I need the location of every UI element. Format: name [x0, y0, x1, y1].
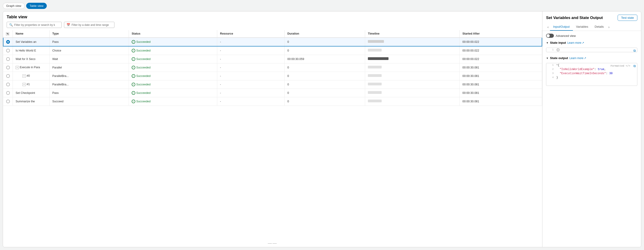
radio-button[interactable]	[6, 100, 10, 103]
table-row[interactable]: +Execute in ParaParallel✓ Succeeded-000:…	[3, 63, 542, 72]
table-row[interactable]: Wait for X SecoWait✓ Succeeded-00:00:30.…	[3, 55, 542, 63]
tab-prev-button[interactable]: ‹	[546, 24, 550, 30]
table-row[interactable]: Summarize theSucceed✓ Succeeded-000:00:3…	[3, 97, 542, 106]
state-output-copy-button[interactable]: ⧉	[634, 64, 636, 68]
radio-cell[interactable]	[3, 37, 13, 46]
state-input-collapse-icon[interactable]: ▼	[546, 41, 548, 44]
radio-cell[interactable]	[3, 63, 13, 72]
cell-type: Pass	[50, 37, 129, 46]
test-state-button[interactable]: Test state	[618, 15, 637, 21]
external-link-icon: ↗	[584, 57, 586, 60]
cell-name: Is Hello World E	[13, 46, 50, 55]
left-panel: Table view 🔍 Filter by properties or sea…	[3, 11, 542, 247]
table-row[interactable]: Set CheckpointPass✓ Succeeded-000:00:30.…	[3, 89, 542, 97]
table-row[interactable]: Set Variables anPass✓ Succeeded-000:00:0…	[3, 37, 542, 46]
table-row[interactable]: +#0ParallelBra...✓ Succeeded-000:00:30.0…	[3, 72, 542, 80]
col-type[interactable]: Type	[50, 30, 129, 37]
col-duration[interactable]: Duration	[284, 30, 365, 37]
radio-button[interactable]	[6, 74, 10, 78]
radio-cell[interactable]	[3, 89, 13, 97]
cell-type: Parallel	[50, 63, 129, 72]
succeeded-icon: ✓	[132, 74, 135, 78]
cell-status: ✓ Succeeded	[129, 72, 217, 80]
radio-button[interactable]	[6, 57, 10, 61]
right-panel-header: Set Variables and State Output Test stat…	[542, 11, 641, 21]
header-expand-icon: ↹	[6, 32, 9, 35]
radio-button[interactable]	[6, 91, 10, 95]
timeline-bar	[368, 40, 384, 43]
tab-variables[interactable]: Variables	[573, 23, 592, 31]
table-row[interactable]: Is Hello World EChoice✓ Succeeded-000:00…	[3, 46, 542, 55]
state-input-copy-button[interactable]: ⧉	[634, 49, 636, 53]
cell-duration: 0	[284, 63, 365, 72]
table-row[interactable]: +#1ParallelBra...✓ Succeeded-000:00:30.0…	[3, 80, 542, 89]
cell-resource: -	[217, 97, 284, 106]
state-output-collapse-icon[interactable]: ▼	[546, 57, 548, 60]
cell-started-after: 00:00:00.022	[460, 46, 542, 55]
right-panel-title: Set Variables and State Output	[546, 15, 603, 20]
table-header-row: ↹ Name Type Status Resource Duration Tim…	[3, 30, 542, 37]
state-output-learn-more[interactable]: Learn more ↗	[570, 57, 586, 60]
timeline-bar	[368, 74, 382, 77]
col-status[interactable]: Status	[129, 30, 217, 37]
state-input-editor: 1 {} ⧉	[546, 48, 637, 52]
timeline-bar	[368, 49, 382, 51]
col-radio: ↹	[3, 30, 13, 37]
col-name[interactable]: Name	[13, 30, 50, 37]
tab-input-output[interactable]: Input/Output	[550, 23, 573, 31]
radio-button[interactable]	[6, 40, 10, 44]
state-output-section: ▼ State output Learn more ↗	[542, 55, 641, 63]
cell-started-after: 00:00:00.022	[460, 55, 542, 63]
code-line-3: 3 "ExecutionWaitTimeInSeconds": 30	[546, 71, 637, 76]
cell-started-after: 00:00:30.081	[460, 80, 542, 89]
timeline-bar	[368, 100, 382, 102]
cell-timeline	[365, 97, 460, 106]
radio-button[interactable]	[6, 66, 10, 69]
cell-started-after: 00:00:30.081	[460, 97, 542, 106]
cell-name: +#0	[13, 72, 50, 80]
state-input-header: ▼ State input Learn more ↗	[546, 41, 637, 44]
cell-started-after: 00:00:30.081	[460, 72, 542, 80]
graph-view-button[interactable]: Graph view	[3, 3, 25, 9]
tab-next-button[interactable]: ›	[607, 24, 611, 30]
succeeded-icon: ✓	[132, 100, 135, 103]
date-filter[interactable]: 📅 Filter by a date and time range	[64, 22, 114, 28]
cell-name: +#1	[13, 80, 50, 89]
cell-type: ParallelBra...	[50, 80, 129, 89]
succeeded-icon: ✓	[132, 40, 135, 44]
cell-duration: 0	[284, 37, 365, 46]
search-filter[interactable]: 🔍 Filter by properties or search by k	[7, 22, 62, 28]
radio-cell[interactable]	[3, 80, 13, 89]
state-input-learn-more[interactable]: Learn more ↗	[568, 41, 584, 44]
bottom-divider: ――	[3, 240, 542, 247]
col-resource[interactable]: Resource	[217, 30, 284, 37]
timeline-bar	[368, 57, 388, 60]
right-tabs: ‹ Input/Output Variables Details ›	[542, 23, 641, 31]
radio-cell[interactable]	[3, 46, 13, 55]
radio-button[interactable]	[6, 49, 10, 52]
succeeded-icon: ✓	[132, 66, 135, 69]
cell-timeline	[365, 46, 460, 55]
advanced-view-toggle[interactable]	[546, 34, 554, 38]
radio-cell[interactable]	[3, 55, 13, 63]
radio-button[interactable]	[6, 83, 10, 86]
radio-cell[interactable]	[3, 97, 13, 106]
cell-duration: 00:00:30.059	[284, 55, 365, 63]
col-started-after[interactable]: Started After	[460, 30, 542, 37]
cell-started-after: 00:00:30.081	[460, 63, 542, 72]
state-input-title: State input	[550, 41, 566, 44]
cell-resource: -	[217, 37, 284, 46]
date-filter-placeholder: Filter by a date and time range	[72, 23, 112, 26]
filter-bar: 🔍 Filter by properties or search by k 📅 …	[3, 22, 542, 30]
tab-details[interactable]: Details	[592, 23, 607, 31]
executions-table: ↹ Name Type Status Resource Duration Tim…	[3, 30, 542, 106]
timeline-bar	[368, 83, 382, 85]
state-output-editor: 1 ▼ { 2 "IsHelloWorldExample": true, 3 "…	[546, 63, 637, 86]
cell-name: Set Variables an	[13, 37, 50, 46]
cell-timeline	[365, 72, 460, 80]
col-timeline[interactable]: Timeline	[365, 30, 460, 37]
search-filter-placeholder: Filter by properties or search by k	[14, 23, 59, 26]
formatted-label: Formatted </>	[610, 65, 630, 67]
radio-cell[interactable]	[3, 72, 13, 80]
table-view-button[interactable]: Table view	[26, 3, 47, 9]
